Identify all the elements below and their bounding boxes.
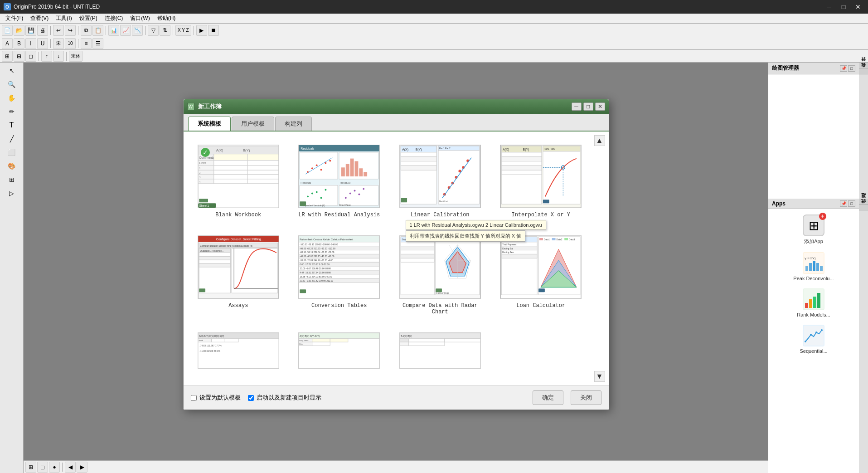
left-btn-draw[interactable]: ✏ (4, 105, 20, 118)
menu-view[interactable]: 查看(V) (27, 14, 52, 23)
tab-build-column[interactable]: 构建列 (275, 117, 312, 131)
template-10[interactable]: A(X) B(Y) C(Y) D(Y) Long Name Units (293, 328, 385, 376)
show-on-start-checkbox[interactable] (248, 395, 254, 401)
svg-rect-7 (247, 154, 278, 161)
toolbar-redo[interactable]: ↪ (65, 25, 76, 36)
bottom-btn5[interactable]: ▶ (77, 462, 87, 473)
menu-help[interactable]: 帮助(H) (154, 14, 179, 23)
toolbar2-btn4[interactable]: U (37, 38, 48, 49)
apps-controls: 📌 □ (840, 200, 855, 207)
toolbar2-btn1[interactable]: A (2, 38, 13, 49)
bottom-btn4[interactable]: ◀ (65, 462, 76, 473)
left-btn-pan[interactable]: ✋ (4, 92, 20, 104)
template-lr-residual[interactable]: Residuals (293, 141, 385, 222)
template-linear-cal[interactable]: A(X) B(Y) (394, 141, 486, 222)
toolbar2-btn6[interactable]: 10 (65, 38, 76, 49)
left-btn-data[interactable]: ⊞ (4, 173, 20, 186)
toolbar2-btn7[interactable]: ≡ (81, 38, 92, 49)
left-btn-line[interactable]: ╱ (4, 132, 20, 145)
template-blank[interactable]: ✓ A(X) B(Y) (193, 141, 285, 222)
scroll-up[interactable]: ▲ (594, 135, 605, 146)
minimize-button[interactable]: ─ (823, 2, 835, 11)
toolbar-chart[interactable]: 📊 (108, 25, 119, 36)
toolbar-copy[interactable]: ⧉ (81, 25, 92, 36)
side-tab-stat[interactable]: 统计 (859, 205, 868, 210)
toolbar-print[interactable]: 🖨 (37, 25, 48, 36)
template-assays[interactable]: Configure Dataset... Select Fitting... C… (193, 231, 285, 319)
dialog-close[interactable]: ✕ (595, 102, 605, 111)
left-btn-pointer[interactable]: ↖ (4, 64, 20, 77)
app-add[interactable]: ⊞ + 添加App (772, 213, 855, 247)
toolbar-open[interactable]: 📂 (14, 25, 24, 36)
toolbar2-btn8[interactable]: ☰ (92, 38, 103, 49)
left-btn-color[interactable]: 🎨 (4, 160, 20, 172)
toolbar-xyz[interactable]: X Y Z (175, 25, 191, 36)
menu-tools[interactable]: 工具(I) (52, 14, 75, 23)
left-btn-text[interactable]: T (4, 119, 20, 132)
template-conversion[interactable]: Fahrenheit Celsius Kelvin Celsius Fahren… (293, 231, 385, 319)
menu-window[interactable]: 窗口(W) (126, 14, 153, 23)
left-btn-shape[interactable]: ⬜ (4, 146, 20, 159)
app-peak[interactable]: y = f(x) Peak Deconvolu... (772, 250, 855, 283)
toolbar-chart2[interactable]: 📈 (120, 25, 131, 36)
toolbar3-btn3[interactable]: ◻ (25, 51, 36, 62)
toolbar3-btn6[interactable]: 宋体 (69, 51, 82, 62)
apps-float[interactable]: □ (848, 200, 855, 207)
toolbar-save[interactable]: 💾 (25, 25, 36, 36)
left-btn-script[interactable]: ▷ (4, 187, 20, 200)
toolbar3-btn2[interactable]: ⊟ (14, 51, 24, 62)
left-btn-zoom[interactable]: 🔍 (4, 78, 20, 91)
graph-manager-float[interactable]: □ (848, 65, 855, 72)
toolbar3-btn4[interactable]: ↑ (41, 51, 52, 62)
toolbar-sort[interactable]: ⇅ (160, 25, 170, 36)
menu-settings[interactable]: 设置(P) (76, 14, 101, 23)
dialog-minimize[interactable]: ─ (572, 102, 582, 111)
bottom-btn3[interactable]: ● (49, 462, 60, 473)
set-default-checkbox-label[interactable]: 设置为默认模板 (191, 394, 241, 402)
tab-user-template[interactable]: 用户模板 (232, 117, 274, 131)
tab-system-template[interactable]: 系统模板 (188, 117, 231, 131)
toolbar-new[interactable]: 📄 (2, 25, 13, 36)
close-button[interactable]: ✕ (852, 2, 864, 11)
toolbar-stop[interactable]: ⏹ (208, 25, 219, 36)
side-tab-1[interactable]: 计算 (859, 63, 868, 68)
toolbar-chart3[interactable]: 📉 (132, 25, 143, 36)
template-loan[interactable]: Monthly Payment Total Payment Ending Bal… (495, 231, 587, 319)
template-11[interactable]: T A(X) B(Y) (394, 328, 486, 376)
svg-point-231 (815, 332, 817, 333)
toolbar2-btn3[interactable]: I (25, 38, 36, 49)
set-default-checkbox[interactable] (191, 395, 197, 401)
svg-text:-100.00  -73.33  199.82  -100.: -100.00 -73.33 199.82 -100.00 -148.00 (300, 244, 339, 246)
maximize-button[interactable]: □ (837, 2, 850, 11)
ok-button[interactable]: 确定 (533, 390, 563, 405)
template-9[interactable]: A(X) B(Y) C(Y) D(Y) E(Y) Smith . 74.83 1… (193, 328, 285, 376)
side-tab-2[interactable]: 拟合 (859, 68, 868, 74)
toolbar2-btn2[interactable]: B (14, 38, 24, 49)
bottom-btn1[interactable]: ⊞ (25, 462, 36, 473)
dialog-maximize[interactable]: □ (583, 102, 593, 111)
scroll-down[interactable]: ▼ (594, 371, 605, 382)
graph-manager-pin[interactable]: 📌 (840, 65, 847, 72)
toolbar2-btn5[interactable]: 宋 (53, 38, 64, 49)
toolbar-undo[interactable]: ↩ (53, 25, 64, 36)
toolbar-play[interactable]: ▶ (196, 25, 207, 36)
apps-pin[interactable]: 📌 (840, 200, 847, 207)
side-tab-batch[interactable]: 批处理 (859, 199, 868, 205)
app-sequential[interactable]: Sequential... (772, 323, 855, 356)
toolbar-paste[interactable]: 📋 (92, 25, 103, 36)
svg-point-38 (320, 169, 322, 171)
toolbar-filter[interactable]: ▽ (148, 25, 159, 36)
toolbar3-btn1[interactable]: ⊞ (2, 51, 13, 62)
show-on-start-checkbox-label[interactable]: 启动以及新建项目时显示 (248, 394, 321, 402)
cancel-button[interactable]: 关闭 (571, 390, 601, 405)
svg-point-40 (330, 160, 331, 162)
svg-text:Data2: Data2 (557, 239, 563, 241)
template-radar[interactable]: Sodium Magnesiu... (394, 231, 486, 319)
menu-connect[interactable]: 连接(C) (101, 14, 127, 23)
menu-file[interactable]: 文件(F) (2, 14, 27, 23)
template-interpolate[interactable]: A(X) B(Y) (495, 141, 587, 222)
svg-rect-179 (539, 238, 543, 240)
bottom-btn2[interactable]: ◻ (37, 462, 48, 473)
toolbar3-btn5[interactable]: ↓ (53, 51, 64, 62)
app-rank[interactable]: Rank Models... (772, 287, 855, 319)
